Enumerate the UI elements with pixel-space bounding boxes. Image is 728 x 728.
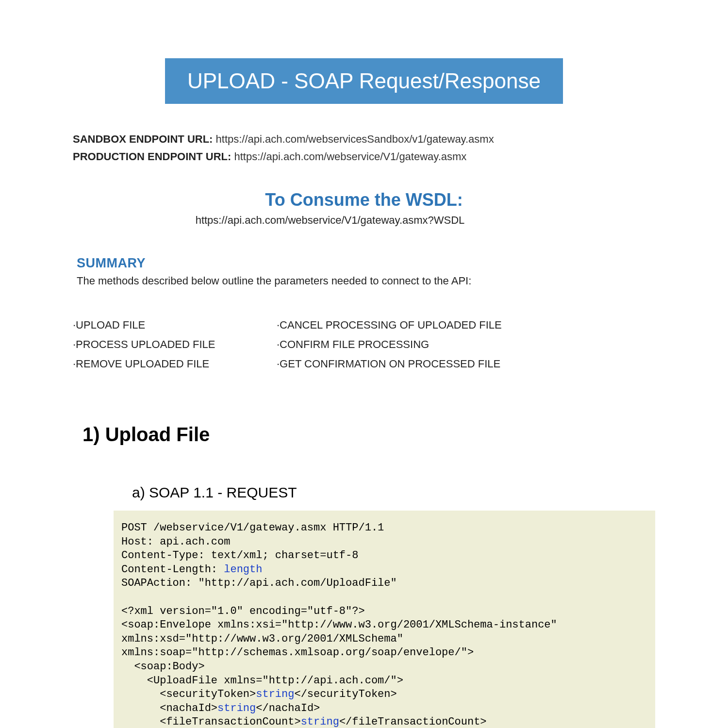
section-1-title: 1) Upload File [83, 424, 655, 446]
code-line: Content-Length: [121, 563, 224, 576]
code-line: Host: api.ach.com [121, 536, 230, 548]
production-endpoint-row: PRODUCTION ENDPOINT URL: https://api.ach… [73, 150, 655, 163]
code-line: <fileTransactionCount> [121, 716, 301, 728]
method-item: ·PROCESS UPLOADED FILE [73, 338, 252, 351]
code-line: <nachaId> [121, 702, 217, 714]
code-line: <soap:Envelope xmlns:xsi="http://www.w3.… [121, 619, 563, 631]
code-placeholder: length [224, 563, 262, 576]
wsdl-section: To Consume the WSDL: https://api.ach.com… [73, 190, 655, 227]
code-line: Content-Type: text/xml; charset=utf-8 [121, 549, 358, 562]
page-title-banner: UPLOAD - SOAP Request/Response [165, 58, 563, 104]
methods-grid: ·UPLOAD FILE ·PROCESS UPLOADED FILE ·REM… [73, 319, 655, 370]
method-item: ·CONFIRM FILE PROCESSING [277, 338, 502, 351]
code-line: <UploadFile xmlns="http://api.ach.com/"> [121, 675, 403, 687]
code-line: </fileTransactionCount> [339, 716, 487, 728]
code-line: SOAPAction: "http://api.ach.com/UploadFi… [121, 577, 397, 589]
code-placeholder: string [301, 716, 339, 728]
code-line: <soap:Body> [121, 661, 205, 673]
method-item: ·GET CONFIRMATION ON PROCESSED FILE [277, 358, 502, 370]
code-placeholder: string [256, 688, 294, 700]
method-item: ·REMOVE UPLOADED FILE [73, 358, 252, 370]
wsdl-url: https://api.ach.com/webservice/V1/gatewa… [5, 214, 655, 227]
document-page: UPLOAD - SOAP Request/Response SANDBOX E… [0, 0, 728, 728]
sandbox-endpoint-value: https://api.ach.com/webservicesSandbox/v… [213, 133, 494, 145]
soap-request-code-block: POST /webservice/V1/gateway.asmx HTTP/1.… [114, 511, 655, 728]
code-line: <?xml version="1.0" encoding="utf-8"?> [121, 605, 365, 617]
production-endpoint-label: PRODUCTION ENDPOINT URL: [73, 150, 231, 163]
methods-col-right: ·CANCEL PROCESSING OF UPLOADED FILE ·CON… [277, 319, 502, 370]
summary-text: The methods described below outline the … [77, 275, 655, 287]
method-item: ·UPLOAD FILE [73, 319, 252, 331]
code-line: POST /webservice/V1/gateway.asmx HTTP/1.… [121, 522, 384, 534]
code-line: <securityToken> [121, 688, 256, 700]
sandbox-endpoint-row: SANDBOX ENDPOINT URL: https://api.ach.co… [73, 133, 655, 146]
summary-heading: SUMMARY [77, 256, 655, 271]
code-line: </nachaId> [256, 702, 320, 714]
code-line: xmlns:soap="http://schemas.xmlsoap.org/s… [121, 646, 474, 659]
method-item: ·CANCEL PROCESSING OF UPLOADED FILE [277, 319, 502, 331]
wsdl-heading: To Consume the WSDL: [73, 190, 655, 210]
production-endpoint-value: https://api.ach.com/webservice/V1/gatewa… [231, 150, 466, 163]
code-placeholder: string [217, 702, 256, 714]
methods-col-left: ·UPLOAD FILE ·PROCESS UPLOADED FILE ·REM… [73, 319, 252, 370]
code-line: xmlns:xsd="http://www.w3.org/2001/XMLSch… [121, 633, 410, 645]
code-line: </securityToken> [294, 688, 397, 700]
sandbox-endpoint-label: SANDBOX ENDPOINT URL: [73, 133, 213, 145]
subsection-1a-title: a) SOAP 1.1 - REQUEST [132, 484, 655, 501]
